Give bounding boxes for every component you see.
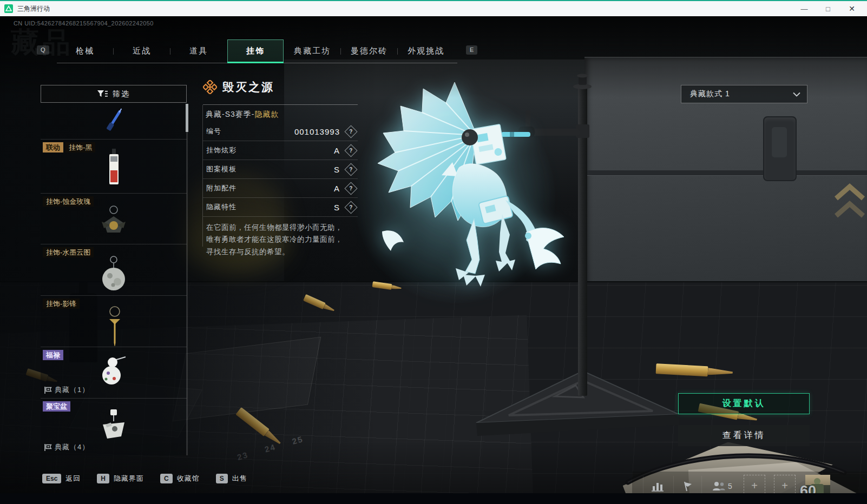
help-icon[interactable]: ? — [344, 163, 357, 176]
collection-badge: 典藏（1） — [44, 385, 89, 395]
account-uid: CN UID:54262784268215567904_202602242050 — [14, 20, 154, 26]
tab-items[interactable]: 道具 — [170, 39, 227, 63]
app-logo-icon — [4, 4, 13, 13]
chevron-down-icon — [793, 92, 800, 97]
app-window: 三角洲行动 — □ ✕ — [0, 0, 867, 504]
window-title: 三角洲行动 — [17, 4, 50, 14]
esc-keybadge: Esc — [42, 474, 61, 483]
set-default-button[interactable]: 设置默认 — [678, 393, 810, 414]
help-icon[interactable]: ? — [344, 125, 357, 138]
charm-tag: 聚宝盆 — [43, 401, 70, 412]
charm-thumbnail — [103, 305, 124, 346]
prev-tab-keybadge: Q — [37, 45, 49, 55]
divider — [203, 104, 358, 105]
stat-row-pattern: 图案模板 S ? — [203, 160, 358, 179]
close-button[interactable]: ✕ — [840, 1, 864, 16]
charm-label: 挂饰-蚀金玫瑰 — [43, 196, 94, 207]
charm-thumbnail — [96, 408, 131, 446]
tab-firearms[interactable]: 枪械 — [57, 39, 113, 63]
filter-icon — [97, 90, 108, 97]
charm-tag: 联动 — [43, 142, 63, 152]
crate-arrow-marking — [833, 182, 866, 220]
s-keybadge: S — [216, 474, 228, 483]
collection-count: 典藏（1） — [55, 385, 89, 395]
charm-tag: 福禄 — [43, 350, 63, 360]
help-icon[interactable]: ? — [344, 182, 357, 195]
series-hidden-style: 隐藏款 — [254, 110, 279, 118]
crate-latch — [763, 116, 797, 181]
charm-label: 挂饰-影锋 — [43, 299, 80, 309]
filter-button[interactable]: 筛选 — [41, 85, 187, 103]
charm-thumbnail — [103, 105, 124, 138]
help-icon[interactable]: ? — [344, 144, 357, 157]
sidebar-scrollbar-track[interactable] — [186, 104, 188, 455]
tab-melee[interactable]: 近战 — [114, 39, 170, 63]
charm-list-item[interactable] — [41, 104, 187, 140]
style-dropdown[interactable]: 典藏款式 1 — [681, 85, 807, 103]
tab-collection-workshop[interactable]: 典藏工坊 — [284, 39, 340, 63]
charm-list-item[interactable]: 福禄 典藏（1） — [41, 347, 187, 399]
c-keybadge: C — [160, 474, 173, 483]
next-tab-keybadge: E — [466, 45, 477, 55]
people-icon — [712, 481, 726, 492]
charm-thumbnail — [100, 255, 127, 294]
charm-thumbnail — [96, 355, 131, 390]
team-count: 5 — [728, 482, 732, 490]
game-viewport: 23 24 25 — [0, 16, 867, 504]
charm-list: 联动 挂饰-黑 挂饰-蚀金玫瑰 — [41, 104, 187, 455]
stat-row-serial: 编号 001013993 ? — [203, 122, 358, 141]
crate-seam — [584, 170, 867, 176]
hint-back[interactable]: Esc 返回 — [42, 474, 81, 483]
charm-detail-header: 毁灭之源 — [203, 79, 274, 95]
charm-rarity-icon — [203, 80, 217, 94]
charm-label: 挂饰-水墨云图 — [43, 247, 94, 257]
collection-flag-icon — [44, 444, 52, 451]
shortcut-hints: Esc 返回 H 隐藏界面 C 收藏馆 S 出售 — [42, 474, 247, 483]
window-bottom-edge — [0, 493, 867, 504]
minimize-button[interactable]: — — [792, 1, 816, 16]
charm-list-item[interactable]: 挂饰-水墨云图 — [41, 244, 187, 296]
stat-row-accessory: 附加配件 A ? — [203, 179, 358, 198]
sidebar-scrollbar-thumb[interactable] — [186, 104, 188, 132]
charm-stats: 编号 001013993 ? 挂饰炫彩 A ? 图案模板 S ? 附加配件 A … — [203, 122, 358, 217]
hint-hide-ui[interactable]: H 隐藏界面 — [97, 474, 144, 483]
charm-list-item[interactable]: 聚宝盆 典藏（4） — [41, 399, 187, 455]
view-details-button[interactable]: 查看详情 — [678, 425, 810, 446]
hint-collection-hall[interactable]: C 收藏馆 — [160, 474, 200, 483]
maximize-button[interactable]: □ — [816, 1, 840, 16]
charm-name: 毁灭之源 — [222, 79, 274, 95]
series-prefix: 典藏-S3赛季- — [206, 110, 254, 118]
collection-flag-icon — [44, 387, 52, 394]
tab-charms[interactable]: 挂饰 — [227, 39, 284, 63]
charm-description: 在它面前，任何生物都显得渺小而无助，唯有勇敢者才能在这股寒冷的力量面前，寻找生存… — [206, 222, 343, 258]
help-icon[interactable]: ? — [344, 201, 357, 214]
charm-thumbnail — [106, 149, 122, 191]
h-keybadge: H — [97, 474, 109, 483]
style-dropdown-value: 典藏款式 1 — [690, 89, 730, 99]
charm-thumbnail — [98, 204, 129, 242]
window-titlebar: 三角洲行动 — □ ✕ — [0, 0, 867, 16]
collection-count: 典藏（4） — [55, 442, 89, 452]
collection-badge: 典藏（4） — [44, 442, 89, 452]
charm-series: 典藏-S3赛季-隐藏款 — [206, 110, 279, 120]
charm-list-item[interactable]: 联动 挂饰-黑 — [41, 140, 187, 194]
filter-label: 筛选 — [113, 89, 130, 99]
tab-appearance-challenge[interactable]: 外观挑战 — [398, 39, 454, 63]
charm-list-item[interactable]: 挂饰-影锋 — [41, 296, 187, 347]
stat-row-hidden-trait: 隐藏特性 S ? — [203, 198, 358, 217]
charm-label: 挂饰-黑 — [65, 142, 95, 152]
bar-chart-icon — [652, 481, 664, 492]
charm-list-item[interactable]: 挂饰-蚀金玫瑰 — [41, 194, 187, 244]
stat-row-colorway: 挂饰炫彩 A ? — [203, 141, 358, 160]
hint-sell[interactable]: S 出售 — [216, 474, 247, 483]
tab-mandel-brick[interactable]: 曼德尔砖 — [341, 39, 397, 63]
tab-bar: 枪械 近战 道具 挂饰 典藏工坊 曼德尔砖 外观挑战 — [57, 39, 454, 63]
flag-icon — [682, 481, 693, 492]
